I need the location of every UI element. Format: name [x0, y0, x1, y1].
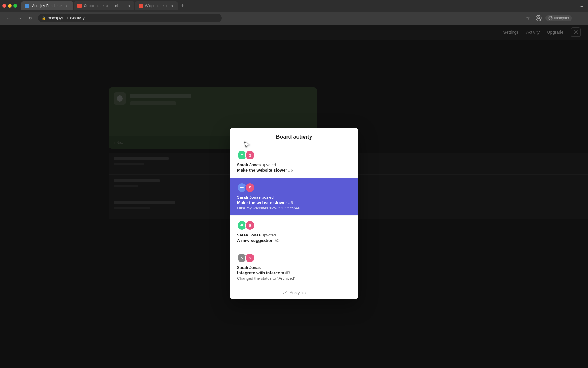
activity-action-1: Sarah Jonas upvoted [237, 163, 351, 167]
modal-body: S Sarah Jonas upvoted Make the website s… [230, 145, 358, 286]
modal-title: Board activity [237, 134, 351, 140]
avatar-group-3: S [237, 220, 351, 230]
reload-button[interactable]: ↻ [27, 14, 34, 22]
activity-title-3: A new suggestion #5 [237, 238, 351, 243]
tab-widget[interactable]: Widget demo ✕ [135, 1, 178, 10]
tab-label-moodjoy: Moodjoy Feedback [31, 4, 62, 8]
activity-title-2: Make the website slower #6 [237, 200, 351, 205]
modal-footer[interactable]: Analytics [230, 286, 358, 299]
activity-user-4: Sarah Jonas [237, 265, 261, 270]
activity-item-2: S Sarah Jonas posted Make the website sl… [230, 178, 358, 216]
tab-close-moodjoy[interactable]: ✕ [65, 4, 70, 8]
tab-close-nolt[interactable]: ✕ [126, 4, 131, 8]
lock-icon: 🔒 [42, 16, 46, 20]
modal-header: Board activity [230, 128, 358, 145]
profile-button[interactable] [534, 14, 543, 22]
activity-item-1: S Sarah Jonas upvoted Make the website s… [230, 145, 358, 178]
avatar-group-2: S [237, 183, 351, 193]
avatar-group-1: S [237, 150, 351, 160]
activity-user-3: Sarah Jonas [237, 233, 261, 237]
svg-point-1 [538, 17, 540, 18]
maximize-traffic-light[interactable] [13, 4, 17, 8]
tab-favicon-moodjoy [25, 4, 29, 8]
activity-desc-2: I like my websites slow * 1 * 2 three [237, 206, 351, 210]
activity-action-2: Sarah Jonas posted [237, 195, 351, 200]
tab-moodjoy[interactable]: Moodjoy Feedback ✕ [21, 1, 73, 10]
tab-close-widget[interactable]: ✕ [170, 4, 174, 8]
board-activity-modal: Board activity S Sarah Jonas upvoted Mak… [230, 128, 358, 299]
activity-title-1: Make the website slower #6 [237, 168, 351, 173]
menu-button[interactable]: ⋮ [575, 14, 583, 22]
url-bar[interactable]: 🔒 moodjoy.nolt.io/activity [38, 14, 222, 22]
minimize-traffic-light[interactable] [8, 4, 12, 8]
tab-favicon-widget [139, 4, 143, 8]
activity-user-1: Sarah Jonas [237, 163, 261, 167]
tab-favicon-nolt [77, 4, 82, 8]
url-text: moodjoy.nolt.io/activity [48, 16, 85, 20]
new-tab-button[interactable]: + [178, 2, 187, 10]
activity-action-3: Sarah Jonas upvoted [237, 233, 351, 237]
tab-label-widget: Widget demo [145, 4, 167, 8]
avatar-user-4: S [245, 253, 255, 263]
tab-nolt[interactable]: Custom domain · Help · Nolt ✕ [74, 1, 134, 10]
avatar-user-3: S [245, 220, 255, 230]
address-bar: ← → ↻ 🔒 moodjoy.nolt.io/activity ☆ [0, 12, 588, 25]
activity-desc-4: Changed the status to "Archived" [237, 276, 351, 281]
bookmark-button[interactable]: ☆ [523, 14, 532, 22]
avatar-user-2: S [245, 183, 255, 193]
analytics-label: Analytics [290, 290, 306, 295]
analytics-icon [282, 290, 287, 296]
tab-dropdown-button[interactable]: ≡ [578, 2, 586, 10]
traffic-lights [2, 4, 17, 8]
close-traffic-light[interactable] [2, 4, 6, 8]
back-button[interactable]: ← [5, 14, 12, 22]
svg-point-4 [551, 17, 552, 18]
avatar-user-1: S [245, 150, 255, 160]
svg-point-3 [550, 17, 550, 18]
forward-button[interactable]: → [16, 14, 23, 22]
activity-title-4: Integrate with intercom #3 [237, 270, 351, 275]
activity-item-3: S Sarah Jonas upvoted A new suggestion #… [230, 216, 358, 248]
tab-label-nolt: Custom domain · Help · Nolt [84, 4, 123, 8]
tab-bar-right: ≡ [578, 2, 586, 10]
browser-actions: ☆ Incognito ⋮ [523, 14, 583, 22]
incognito-badge: Incognito [545, 15, 572, 21]
activity-action-4: Sarah Jonas [237, 265, 351, 270]
browser-chrome: Moodjoy Feedback ✕ Custom domain · Help … [0, 0, 588, 25]
activity-user-2: Sarah Jonas [237, 195, 261, 200]
incognito-label: Incognito [554, 16, 569, 20]
tab-bar: Moodjoy Feedback ✕ Custom domain · Help … [0, 0, 588, 12]
avatar-group-4: S [237, 253, 351, 263]
activity-item-4: S Sarah Jonas Integrate with intercom #3… [230, 248, 358, 286]
